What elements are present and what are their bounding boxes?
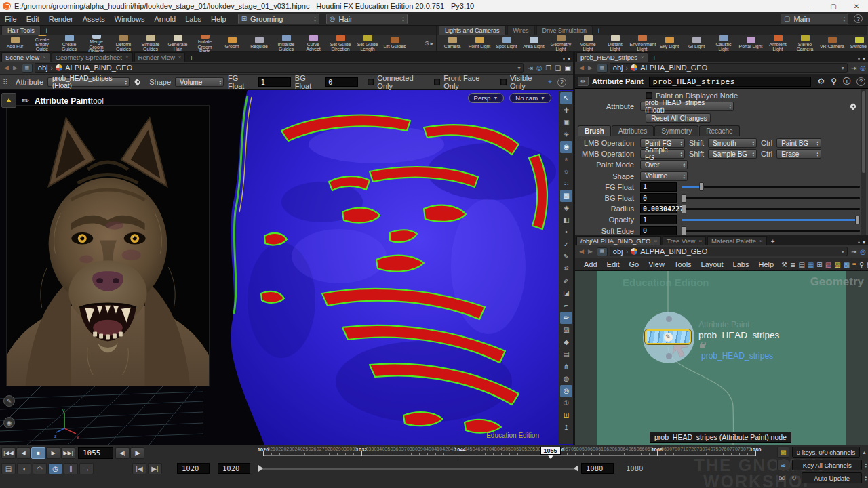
play-reverse-button[interactable]: ◀ bbox=[16, 447, 31, 459]
jump-start-button[interactable]: |◀◀ bbox=[1, 447, 16, 459]
desktop-selector[interactable]: ⊞ Grooming ▴▾ bbox=[238, 14, 319, 24]
path-field[interactable]: obj›ALPHA_BIND_GEO▾ bbox=[35, 63, 524, 73]
tab-attributes[interactable]: Attributes bbox=[612, 125, 654, 136]
ghost-geometry-icon[interactable]: ◧ bbox=[560, 214, 572, 226]
shelf-tool[interactable]: Lift Guides bbox=[381, 37, 408, 49]
shelf-tool[interactable]: Geometry Light bbox=[547, 35, 574, 52]
sync-icon[interactable]: ◎ bbox=[860, 64, 866, 72]
step-back-button[interactable]: ◀| bbox=[115, 447, 130, 459]
range-handle-right[interactable] bbox=[574, 465, 578, 472]
menu-windows[interactable]: Windows bbox=[110, 15, 150, 23]
net-menu-view[interactable]: View bbox=[644, 260, 669, 268]
close-tab-icon[interactable]: × bbox=[698, 238, 702, 244]
close-tab-icon[interactable]: × bbox=[760, 238, 763, 244]
slider-handle[interactable] bbox=[682, 194, 686, 203]
shelf-tool[interactable]: Spot Light bbox=[493, 37, 520, 49]
frame-count-icon[interactable]: ¹² bbox=[560, 263, 572, 275]
net-menu-help[interactable]: Help bbox=[753, 260, 778, 268]
menu-help[interactable]: Help bbox=[206, 15, 231, 23]
tab-brush[interactable]: Brush bbox=[578, 125, 611, 136]
option-checkbox[interactable] bbox=[368, 79, 374, 85]
tool-help-icon[interactable]: ? bbox=[557, 78, 566, 87]
net-menu-edit[interactable]: Edit bbox=[602, 260, 625, 268]
key-all-stepper[interactable]: ▴▾ bbox=[865, 462, 867, 468]
viewport-display-chip[interactable] bbox=[1, 93, 16, 108]
slider-track[interactable] bbox=[682, 205, 860, 214]
shelf-tool[interactable]: Merge Groom Objects bbox=[83, 35, 110, 52]
paint-brush-icon[interactable]: ✏ bbox=[560, 312, 572, 324]
network-type-icon[interactable]: ▦ bbox=[597, 64, 608, 73]
search-icon[interactable]: ⚲ bbox=[831, 77, 837, 86]
path-root[interactable]: obj bbox=[38, 64, 48, 72]
net-menu-add[interactable]: Add bbox=[579, 260, 602, 268]
split-wire-icon[interactable]: ⋔ bbox=[560, 361, 572, 373]
display-square-icon[interactable]: ▣ bbox=[565, 64, 571, 72]
fg-float-input[interactable]: 1 bbox=[258, 77, 291, 87]
close-tab-icon[interactable]: × bbox=[125, 54, 129, 60]
param-help-icon[interactable]: ? bbox=[856, 77, 865, 86]
shelf-tool[interactable]: Switcher bbox=[846, 37, 867, 49]
message-icon[interactable]: ✉ bbox=[777, 472, 787, 483]
refresh-icon[interactable]: ↻ bbox=[789, 472, 799, 483]
grid-options-icon[interactable]: ⊞ bbox=[560, 409, 572, 422]
flipbook-export-icon[interactable]: ↥ bbox=[560, 422, 572, 434]
path-dropdown-chevron[interactable]: ▾ bbox=[517, 65, 520, 71]
minimize-button[interactable]: – bbox=[799, 3, 822, 10]
slider-input[interactable]: 0 bbox=[640, 193, 677, 203]
slider-track[interactable] bbox=[682, 194, 860, 203]
shelf-tool[interactable]: Distant Light bbox=[601, 35, 629, 52]
ctrl-dropdown[interactable]: Erase▴▾ bbox=[776, 149, 821, 159]
pane-tab[interactable]: Geometry Spreadsheet× bbox=[52, 52, 133, 62]
pane-menu-chevron[interactable]: ▾ bbox=[568, 56, 570, 62]
op-dropdown[interactable]: Sample FG▴▾ bbox=[640, 149, 685, 159]
paint-displayed-checkbox[interactable] bbox=[646, 92, 652, 99]
ctrl-dropdown[interactable]: Paint BG▴▾ bbox=[776, 138, 821, 148]
net-menu-layout[interactable]: Layout bbox=[696, 260, 728, 268]
show-handles-icon[interactable]: ✚ bbox=[560, 104, 572, 117]
search-icon[interactable]: ⚲ bbox=[859, 261, 864, 268]
slider-track[interactable] bbox=[682, 226, 860, 235]
keyframe-icon[interactable]: ▩ bbox=[777, 447, 789, 458]
shelf-tool[interactable]: Initialize Guides bbox=[273, 35, 300, 52]
sketch-icon[interactable]: ✐ bbox=[560, 275, 572, 287]
view-pivot-icon[interactable]: ◉ bbox=[560, 141, 572, 153]
shelf-tool[interactable]: Simulate Guides bbox=[137, 35, 164, 52]
slider-input[interactable]: 1 bbox=[640, 182, 677, 192]
info-one-icon[interactable]: ① bbox=[560, 397, 572, 409]
menu-assets[interactable]: Assets bbox=[78, 15, 110, 23]
node-name-field[interactable]: prob_HEAD_stripes bbox=[649, 77, 812, 87]
radial-menu-selector[interactable]: ◎ Hair ▴▾ bbox=[326, 14, 408, 24]
current-frame-input[interactable]: 1055 bbox=[78, 447, 113, 459]
slider-input[interactable]: 1 bbox=[640, 215, 677, 224]
path-dropdown-chevron[interactable]: ▾ bbox=[842, 249, 844, 255]
slider-input[interactable]: 0 bbox=[640, 226, 677, 236]
close-button[interactable]: ✕ bbox=[845, 3, 868, 10]
shelf-tool[interactable]: Area Light bbox=[520, 37, 547, 49]
eraser-icon[interactable]: ◪ bbox=[560, 287, 572, 300]
net-menu-go[interactable]: Go bbox=[625, 260, 644, 268]
shelf-tool[interactable]: Reguide bbox=[245, 37, 273, 49]
network-type-icon[interactable]: ▦ bbox=[597, 247, 608, 256]
shelf-tool[interactable]: Ambient Light bbox=[764, 35, 791, 52]
display-lights-icon[interactable]: ☀ bbox=[560, 129, 572, 141]
path-dropdown-chevron[interactable]: ▾ bbox=[842, 65, 844, 71]
data-tree-icon[interactable]: ≡ bbox=[852, 261, 856, 268]
forward-button[interactable]: ▶ bbox=[586, 248, 595, 255]
step-forward-button[interactable]: |▶ bbox=[130, 447, 144, 459]
tab-recache[interactable]: Recache bbox=[699, 125, 739, 136]
network-type-icon[interactable]: ▦ bbox=[22, 64, 33, 73]
attribute-paint-node[interactable]: ✎ bbox=[645, 329, 691, 344]
node-type-icon[interactable]: ✏ bbox=[578, 77, 589, 86]
bg-float-input[interactable]: 0 bbox=[326, 77, 358, 87]
circle-grid-icon[interactable]: ◍ bbox=[560, 373, 572, 385]
shelf-tool[interactable]: Camera bbox=[439, 37, 466, 49]
pane-tab[interactable]: Material Palette× bbox=[707, 236, 767, 245]
slider-handle[interactable] bbox=[682, 226, 686, 235]
reel-icon[interactable]: ◉ bbox=[3, 417, 15, 428]
add-pane-tab-icon[interactable]: + bbox=[185, 54, 197, 62]
annotate-pen-icon[interactable]: ✎ bbox=[560, 251, 572, 263]
shelf-tab[interactable]: Lights and Cameras bbox=[439, 26, 506, 35]
menu-file[interactable]: File bbox=[0, 15, 22, 23]
sync-icon[interactable]: ◎ bbox=[536, 64, 542, 72]
channels-icon[interactable]: ≋ bbox=[777, 460, 789, 470]
